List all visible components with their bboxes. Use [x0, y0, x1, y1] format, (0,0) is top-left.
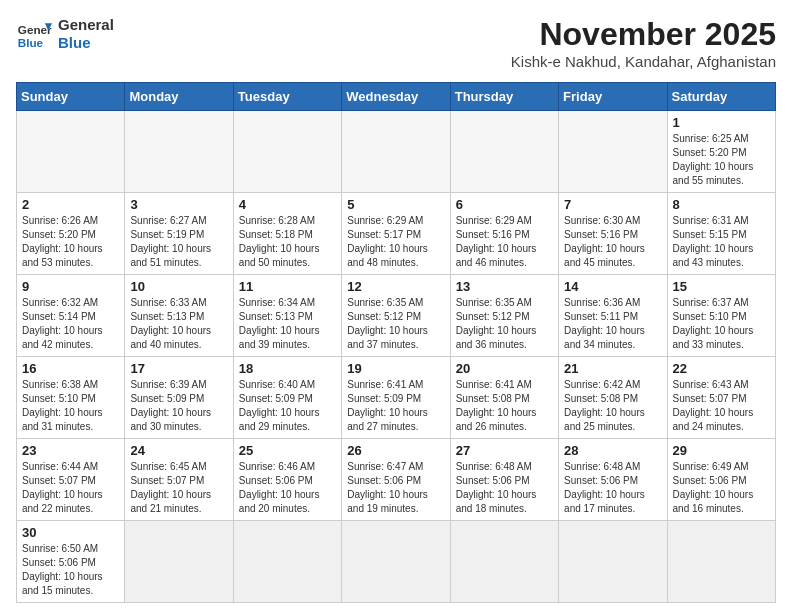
- day-number: 18: [239, 361, 336, 376]
- calendar-cell: 26Sunrise: 6:47 AM Sunset: 5:06 PM Dayli…: [342, 439, 450, 521]
- calendar-cell: 11Sunrise: 6:34 AM Sunset: 5:13 PM Dayli…: [233, 275, 341, 357]
- col-saturday: Saturday: [667, 83, 775, 111]
- day-info: Sunrise: 6:38 AM Sunset: 5:10 PM Dayligh…: [22, 378, 119, 434]
- day-info: Sunrise: 6:26 AM Sunset: 5:20 PM Dayligh…: [22, 214, 119, 270]
- col-wednesday: Wednesday: [342, 83, 450, 111]
- calendar-week-row: 2Sunrise: 6:26 AM Sunset: 5:20 PM Daylig…: [17, 193, 776, 275]
- day-number: 13: [456, 279, 553, 294]
- day-info: Sunrise: 6:35 AM Sunset: 5:12 PM Dayligh…: [347, 296, 444, 352]
- calendar-cell: [450, 111, 558, 193]
- calendar-cell: 2Sunrise: 6:26 AM Sunset: 5:20 PM Daylig…: [17, 193, 125, 275]
- day-info: Sunrise: 6:36 AM Sunset: 5:11 PM Dayligh…: [564, 296, 661, 352]
- day-info: Sunrise: 6:34 AM Sunset: 5:13 PM Dayligh…: [239, 296, 336, 352]
- calendar-cell: 25Sunrise: 6:46 AM Sunset: 5:06 PM Dayli…: [233, 439, 341, 521]
- day-number: 22: [673, 361, 770, 376]
- col-friday: Friday: [559, 83, 667, 111]
- day-number: 4: [239, 197, 336, 212]
- page-header: General Blue General Blue November 2025 …: [16, 16, 776, 70]
- day-info: Sunrise: 6:41 AM Sunset: 5:09 PM Dayligh…: [347, 378, 444, 434]
- calendar-cell: 9Sunrise: 6:32 AM Sunset: 5:14 PM Daylig…: [17, 275, 125, 357]
- logo: General Blue General Blue: [16, 16, 114, 52]
- calendar-cell: 19Sunrise: 6:41 AM Sunset: 5:09 PM Dayli…: [342, 357, 450, 439]
- day-number: 23: [22, 443, 119, 458]
- month-title: November 2025: [511, 16, 776, 53]
- calendar-cell: 12Sunrise: 6:35 AM Sunset: 5:12 PM Dayli…: [342, 275, 450, 357]
- day-number: 20: [456, 361, 553, 376]
- day-number: 11: [239, 279, 336, 294]
- day-number: 6: [456, 197, 553, 212]
- calendar-cell: 6Sunrise: 6:29 AM Sunset: 5:16 PM Daylig…: [450, 193, 558, 275]
- calendar-cell: [233, 521, 341, 603]
- day-number: 1: [673, 115, 770, 130]
- calendar-cell: 1Sunrise: 6:25 AM Sunset: 5:20 PM Daylig…: [667, 111, 775, 193]
- calendar-cell: 10Sunrise: 6:33 AM Sunset: 5:13 PM Dayli…: [125, 275, 233, 357]
- calendar-cell: 30Sunrise: 6:50 AM Sunset: 5:06 PM Dayli…: [17, 521, 125, 603]
- day-number: 10: [130, 279, 227, 294]
- calendar-week-row: 9Sunrise: 6:32 AM Sunset: 5:14 PM Daylig…: [17, 275, 776, 357]
- day-info: Sunrise: 6:32 AM Sunset: 5:14 PM Dayligh…: [22, 296, 119, 352]
- day-number: 12: [347, 279, 444, 294]
- logo-general-text: General: [58, 16, 114, 34]
- day-number: 21: [564, 361, 661, 376]
- logo-icon: General Blue: [16, 16, 52, 52]
- day-number: 14: [564, 279, 661, 294]
- day-info: Sunrise: 6:48 AM Sunset: 5:06 PM Dayligh…: [456, 460, 553, 516]
- calendar-cell: 14Sunrise: 6:36 AM Sunset: 5:11 PM Dayli…: [559, 275, 667, 357]
- day-info: Sunrise: 6:37 AM Sunset: 5:10 PM Dayligh…: [673, 296, 770, 352]
- day-info: Sunrise: 6:43 AM Sunset: 5:07 PM Dayligh…: [673, 378, 770, 434]
- calendar-cell: 15Sunrise: 6:37 AM Sunset: 5:10 PM Dayli…: [667, 275, 775, 357]
- day-number: 15: [673, 279, 770, 294]
- col-sunday: Sunday: [17, 83, 125, 111]
- day-info: Sunrise: 6:46 AM Sunset: 5:06 PM Dayligh…: [239, 460, 336, 516]
- calendar-cell: 8Sunrise: 6:31 AM Sunset: 5:15 PM Daylig…: [667, 193, 775, 275]
- calendar-cell: 22Sunrise: 6:43 AM Sunset: 5:07 PM Dayli…: [667, 357, 775, 439]
- svg-text:Blue: Blue: [18, 36, 44, 49]
- calendar-week-row: 30Sunrise: 6:50 AM Sunset: 5:06 PM Dayli…: [17, 521, 776, 603]
- day-info: Sunrise: 6:50 AM Sunset: 5:06 PM Dayligh…: [22, 542, 119, 598]
- calendar-cell: 13Sunrise: 6:35 AM Sunset: 5:12 PM Dayli…: [450, 275, 558, 357]
- calendar-cell: [342, 521, 450, 603]
- calendar-cell: 4Sunrise: 6:28 AM Sunset: 5:18 PM Daylig…: [233, 193, 341, 275]
- day-info: Sunrise: 6:49 AM Sunset: 5:06 PM Dayligh…: [673, 460, 770, 516]
- calendar-cell: 17Sunrise: 6:39 AM Sunset: 5:09 PM Dayli…: [125, 357, 233, 439]
- day-info: Sunrise: 6:41 AM Sunset: 5:08 PM Dayligh…: [456, 378, 553, 434]
- calendar-cell: [667, 521, 775, 603]
- calendar-table: Sunday Monday Tuesday Wednesday Thursday…: [16, 82, 776, 603]
- calendar-cell: 21Sunrise: 6:42 AM Sunset: 5:08 PM Dayli…: [559, 357, 667, 439]
- day-number: 27: [456, 443, 553, 458]
- day-info: Sunrise: 6:45 AM Sunset: 5:07 PM Dayligh…: [130, 460, 227, 516]
- calendar-cell: 23Sunrise: 6:44 AM Sunset: 5:07 PM Dayli…: [17, 439, 125, 521]
- day-info: Sunrise: 6:35 AM Sunset: 5:12 PM Dayligh…: [456, 296, 553, 352]
- day-info: Sunrise: 6:28 AM Sunset: 5:18 PM Dayligh…: [239, 214, 336, 270]
- day-number: 5: [347, 197, 444, 212]
- logo-blue-text: Blue: [58, 34, 114, 52]
- day-info: Sunrise: 6:30 AM Sunset: 5:16 PM Dayligh…: [564, 214, 661, 270]
- day-info: Sunrise: 6:42 AM Sunset: 5:08 PM Dayligh…: [564, 378, 661, 434]
- day-number: 30: [22, 525, 119, 540]
- calendar-cell: 27Sunrise: 6:48 AM Sunset: 5:06 PM Dayli…: [450, 439, 558, 521]
- day-info: Sunrise: 6:25 AM Sunset: 5:20 PM Dayligh…: [673, 132, 770, 188]
- day-info: Sunrise: 6:29 AM Sunset: 5:16 PM Dayligh…: [456, 214, 553, 270]
- calendar-cell: 16Sunrise: 6:38 AM Sunset: 5:10 PM Dayli…: [17, 357, 125, 439]
- day-number: 2: [22, 197, 119, 212]
- calendar-cell: [125, 521, 233, 603]
- day-number: 7: [564, 197, 661, 212]
- calendar-cell: [559, 521, 667, 603]
- day-info: Sunrise: 6:40 AM Sunset: 5:09 PM Dayligh…: [239, 378, 336, 434]
- calendar-week-row: 23Sunrise: 6:44 AM Sunset: 5:07 PM Dayli…: [17, 439, 776, 521]
- col-monday: Monday: [125, 83, 233, 111]
- day-info: Sunrise: 6:33 AM Sunset: 5:13 PM Dayligh…: [130, 296, 227, 352]
- day-number: 17: [130, 361, 227, 376]
- day-info: Sunrise: 6:29 AM Sunset: 5:17 PM Dayligh…: [347, 214, 444, 270]
- day-number: 8: [673, 197, 770, 212]
- col-tuesday: Tuesday: [233, 83, 341, 111]
- day-info: Sunrise: 6:39 AM Sunset: 5:09 PM Dayligh…: [130, 378, 227, 434]
- day-number: 3: [130, 197, 227, 212]
- day-number: 16: [22, 361, 119, 376]
- calendar-cell: 18Sunrise: 6:40 AM Sunset: 5:09 PM Dayli…: [233, 357, 341, 439]
- day-info: Sunrise: 6:27 AM Sunset: 5:19 PM Dayligh…: [130, 214, 227, 270]
- title-section: November 2025 Kishk-e Nakhud, Kandahar, …: [511, 16, 776, 70]
- calendar-cell: [233, 111, 341, 193]
- calendar-cell: [17, 111, 125, 193]
- calendar-cell: [125, 111, 233, 193]
